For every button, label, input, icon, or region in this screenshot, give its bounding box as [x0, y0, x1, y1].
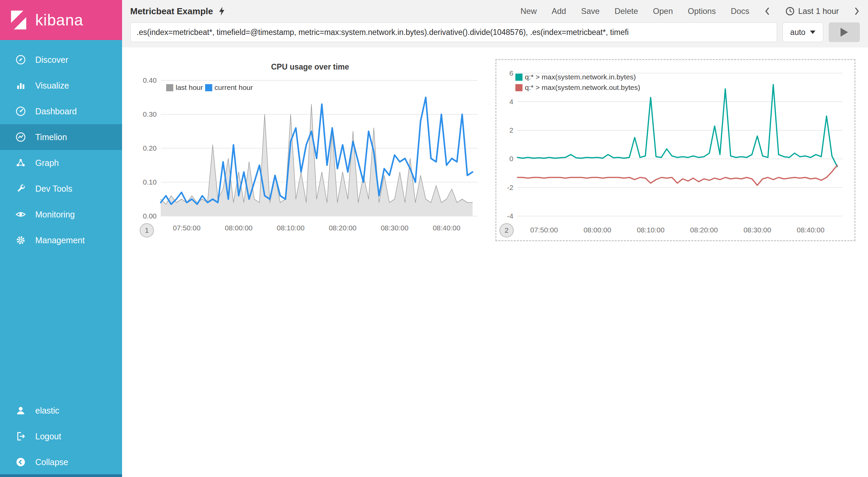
- svg-text:08:10:00: 08:10:00: [637, 226, 665, 234]
- logout-icon: [15, 431, 26, 442]
- kibana-app: kibana Discover Visualize Dashboard: [0, 0, 868, 477]
- legend-label: last hour: [176, 83, 203, 92]
- sidebar-item-dashboard[interactable]: Dashboard: [0, 98, 122, 124]
- sidebar-item-label: Dev Tools: [35, 184, 72, 194]
- svg-text:0.40: 0.40: [143, 76, 157, 84]
- timelion-panel-2-selected[interactable]: q:* > max(system.network.in.bytes) q:* >…: [495, 59, 855, 241]
- time-picker[interactable]: Last 1 hour: [785, 6, 839, 16]
- svg-text:07:50:00: 07:50:00: [530, 226, 558, 234]
- timelion-query-input[interactable]: [130, 22, 777, 42]
- svg-text:-4: -4: [507, 212, 513, 220]
- sidebar-item-visualize[interactable]: Visualize: [0, 73, 122, 98]
- menu-docs[interactable]: Docs: [731, 6, 749, 16]
- svg-text:0.00: 0.00: [143, 212, 157, 220]
- devtools-wrench-icon: [15, 183, 26, 194]
- sidebar-item-label: Dashboard: [35, 107, 77, 116]
- sidebar-item-label: Logout: [35, 432, 61, 441]
- sidebar-bottom-nav: elastic Logout Collapse: [0, 398, 122, 475]
- svg-text:08:10:00: 08:10:00: [277, 224, 304, 232]
- svg-text:08:40:00: 08:40:00: [433, 224, 460, 232]
- legend-label: q:* > max(system.network.out.bytes): [525, 83, 640, 92]
- menu-save[interactable]: Save: [581, 6, 600, 16]
- time-picker-label: Last 1 hour: [798, 6, 839, 16]
- sidebar-item-label: Management: [35, 235, 85, 245]
- svg-text:6: 6: [509, 69, 513, 77]
- sidebar: kibana Discover Visualize Dashboard: [0, 0, 122, 477]
- legend-swatch-current-hour: [205, 84, 212, 91]
- kibana-logo-text: kibana: [35, 11, 83, 29]
- discover-icon: [15, 54, 26, 65]
- sidebar-bottom-strip: [0, 474, 122, 477]
- sidebar-item-discover[interactable]: Discover: [0, 47, 122, 73]
- monitoring-eye-icon: [15, 209, 26, 220]
- sidebar-item-label: Graph: [35, 158, 59, 168]
- legend-item-current-hour[interactable]: current hour: [205, 83, 253, 92]
- chevron-left-icon[interactable]: [764, 6, 770, 16]
- svg-text:0: 0: [509, 155, 513, 163]
- svg-text:07:50:00: 07:50:00: [173, 224, 201, 232]
- sidebar-nav: Discover Visualize Dashboard Timelion: [0, 47, 122, 253]
- svg-text:2: 2: [509, 126, 513, 134]
- sidebar-item-management[interactable]: Management: [0, 227, 122, 253]
- svg-text:4: 4: [509, 98, 513, 106]
- timelion-sheet: CPU usage over time last hour current ho…: [122, 47, 868, 477]
- collapse-icon: [15, 456, 26, 468]
- management-gear-icon: [15, 234, 26, 246]
- menu-new[interactable]: New: [520, 6, 537, 16]
- sidebar-item-label: Collapse: [35, 457, 68, 467]
- legend-label: q:* > max(system.network.in.bytes): [525, 73, 636, 81]
- graph-icon: [15, 157, 26, 169]
- svg-text:08:00:00: 08:00:00: [584, 226, 611, 234]
- panel-2-badge[interactable]: 2: [499, 223, 514, 237]
- svg-text:08:20:00: 08:20:00: [329, 224, 357, 232]
- legend-item-network-in[interactable]: q:* > max(system.network.in.bytes): [515, 73, 636, 81]
- caret-down-icon: [810, 31, 815, 34]
- sidebar-item-graph[interactable]: Graph: [0, 150, 122, 176]
- dashboard-icon: [15, 106, 26, 117]
- chart-title: CPU usage over time: [133, 58, 487, 76]
- menu-add[interactable]: Add: [552, 6, 566, 16]
- page-title: Metricbeat Example: [130, 6, 213, 17]
- sidebar-item-monitoring[interactable]: Monitoring: [0, 202, 122, 227]
- chevron-right-icon[interactable]: [854, 6, 860, 16]
- sidebar-item-user[interactable]: elastic: [0, 398, 122, 423]
- topbar: Metricbeat Example New Add Save Delete O…: [122, 0, 868, 47]
- interval-select[interactable]: auto: [783, 22, 823, 42]
- sidebar-item-timelion[interactable]: Timelion: [0, 124, 122, 150]
- legend-swatch-network-out: [515, 84, 522, 91]
- play-icon: [841, 28, 848, 37]
- svg-text:08:30:00: 08:30:00: [381, 224, 409, 232]
- menu-options[interactable]: Options: [688, 6, 716, 16]
- svg-text:08:40:00: 08:40:00: [797, 226, 825, 234]
- sidebar-item-devtools[interactable]: Dev Tools: [0, 176, 122, 202]
- svg-text:08:00:00: 08:00:00: [225, 224, 253, 232]
- legend-item-network-out[interactable]: q:* > max(system.network.out.bytes): [515, 83, 640, 92]
- sidebar-item-label: Visualize: [35, 81, 69, 91]
- menu-delete[interactable]: Delete: [614, 6, 638, 16]
- visualize-icon: [15, 80, 26, 91]
- main-area: Metricbeat Example New Add Save Delete O…: [122, 0, 868, 477]
- bolt-icon[interactable]: [218, 6, 226, 16]
- timelion-panel-1[interactable]: CPU usage over time last hour current ho…: [133, 58, 487, 244]
- sidebar-item-label: Discover: [35, 55, 68, 65]
- svg-text:0.20: 0.20: [143, 144, 157, 152]
- clock-icon: [785, 6, 795, 16]
- panel-1-badge[interactable]: 1: [140, 223, 154, 237]
- menu-open[interactable]: Open: [653, 6, 673, 16]
- cpu-usage-chart[interactable]: 0.000.100.200.300.4007:50:0008:00:0008:1…: [133, 76, 487, 237]
- kibana-logo[interactable]: kibana: [0, 0, 122, 40]
- sidebar-item-collapse[interactable]: Collapse: [0, 449, 122, 475]
- run-button[interactable]: [829, 22, 860, 42]
- svg-text:08:30:00: 08:30:00: [744, 226, 771, 234]
- legend-item-last-hour[interactable]: last hour: [166, 83, 203, 92]
- username: elastic: [35, 406, 59, 416]
- svg-text:0.30: 0.30: [143, 110, 157, 118]
- query-row: auto: [130, 22, 860, 42]
- user-icon: [15, 405, 26, 416]
- sidebar-item-label: Monitoring: [35, 210, 75, 220]
- legend-swatch-last-hour: [166, 84, 173, 91]
- sidebar-item-logout[interactable]: Logout: [0, 423, 122, 449]
- topbar-menu: New Add Save Delete Open Options Docs La…: [520, 6, 860, 16]
- kibana-logo-icon: [8, 9, 30, 31]
- timelion-icon: [15, 131, 26, 143]
